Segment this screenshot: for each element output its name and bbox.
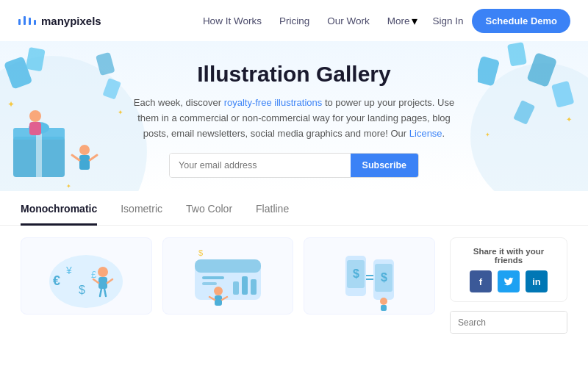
- tab-monochromatic[interactable]: Monochromatic: [21, 203, 97, 226]
- svg-line-9: [90, 155, 97, 160]
- svg-line-8: [72, 155, 79, 160]
- svg-text:✦: ✦: [7, 99, 15, 109]
- svg-rect-30: [98, 277, 107, 289]
- svg-text:$: $: [381, 271, 387, 284]
- svg-point-6: [79, 145, 90, 155]
- search-input[interactable]: [451, 312, 567, 333]
- share-box: Share it with your friends f in: [450, 237, 567, 302]
- tab-flatline[interactable]: Flatline: [256, 203, 289, 226]
- sidebar: Share it with your friends f in: [450, 237, 567, 334]
- svg-rect-43: [215, 295, 222, 306]
- nav-item-pricing[interactable]: Pricing: [279, 14, 309, 27]
- svg-rect-41: [251, 279, 257, 295]
- svg-text:✦: ✦: [66, 183, 71, 190]
- tabs-bar: Monochromatic Isometric Two Color Flatli…: [0, 191, 588, 226]
- subscribe-button[interactable]: Subscribe: [351, 154, 418, 177]
- svg-point-55: [380, 298, 387, 305]
- svg-rect-39: [233, 281, 239, 295]
- logo[interactable]: manypixels: [18, 15, 101, 27]
- license-link[interactable]: License: [409, 128, 442, 139]
- svg-rect-5: [29, 122, 41, 135]
- nav-item-how-it-works[interactable]: How It Works: [203, 14, 262, 27]
- svg-text:✦: ✦: [566, 115, 572, 123]
- schedule-demo-button[interactable]: Schedule Demo: [472, 9, 570, 33]
- hero-title: Illustration Gallery: [15, 62, 573, 87]
- facebook-share-button[interactable]: f: [470, 270, 492, 292]
- svg-text:$: $: [79, 284, 85, 296]
- twitter-share-button[interactable]: [498, 270, 520, 292]
- sign-in-button[interactable]: Sign In: [432, 15, 463, 26]
- svg-rect-37: [202, 276, 224, 279]
- gallery-card-3[interactable]: $ $: [304, 237, 435, 315]
- logo-icon: [18, 16, 37, 25]
- svg-point-42: [214, 287, 223, 295]
- tab-two-color[interactable]: Two Color: [186, 203, 232, 226]
- svg-rect-56: [381, 305, 387, 311]
- svg-text:✦: ✦: [118, 109, 123, 116]
- svg-point-29: [98, 267, 108, 277]
- nav-item-our-work[interactable]: Our Work: [327, 14, 370, 27]
- svg-rect-7: [79, 155, 90, 170]
- hero-section: ✦ ✦ ✦ ✦ ✦ Illustration Gallery Each week…: [0, 41, 588, 191]
- svg-rect-38: [202, 282, 217, 285]
- navbar: manypixels How It Works Pricing Our Work…: [0, 0, 588, 41]
- share-icons: f in: [459, 270, 558, 292]
- svg-rect-21: [513, 100, 535, 125]
- email-form: Subscribe: [169, 153, 419, 178]
- nav-item-more[interactable]: More ▾: [387, 14, 418, 28]
- nav-links: How It Works Pricing Our Work More ▾: [203, 14, 418, 28]
- svg-rect-40: [242, 276, 248, 295]
- svg-rect-2: [36, 128, 42, 177]
- svg-text:£: £: [91, 269, 97, 280]
- svg-point-4: [29, 110, 41, 122]
- gallery-grid: € ¥ $ £: [21, 237, 435, 334]
- share-title: Share it with your friends: [459, 247, 558, 265]
- search-box: [450, 311, 567, 334]
- svg-text:✦: ✦: [485, 132, 490, 138]
- main-content: € ¥ $ £: [0, 226, 588, 345]
- logo-text: manypixels: [41, 15, 101, 27]
- royalty-free-link[interactable]: royalty-free illustrations: [224, 97, 323, 108]
- tab-isometric[interactable]: Isometric: [121, 203, 162, 226]
- svg-text:$: $: [353, 267, 359, 280]
- email-input[interactable]: [170, 154, 351, 177]
- linkedin-share-button[interactable]: in: [526, 270, 548, 292]
- hero-description: Each week, discover royalty-free illustr…: [132, 96, 456, 141]
- svg-text:€: €: [53, 273, 60, 288]
- svg-text:$: $: [198, 248, 203, 257]
- gallery-card-1[interactable]: € ¥ $ £: [21, 237, 152, 315]
- chevron-down-icon: ▾: [412, 14, 417, 28]
- svg-rect-36: [195, 259, 261, 273]
- gallery-card-2[interactable]: $: [162, 237, 294, 315]
- svg-text:¥: ¥: [65, 265, 72, 276]
